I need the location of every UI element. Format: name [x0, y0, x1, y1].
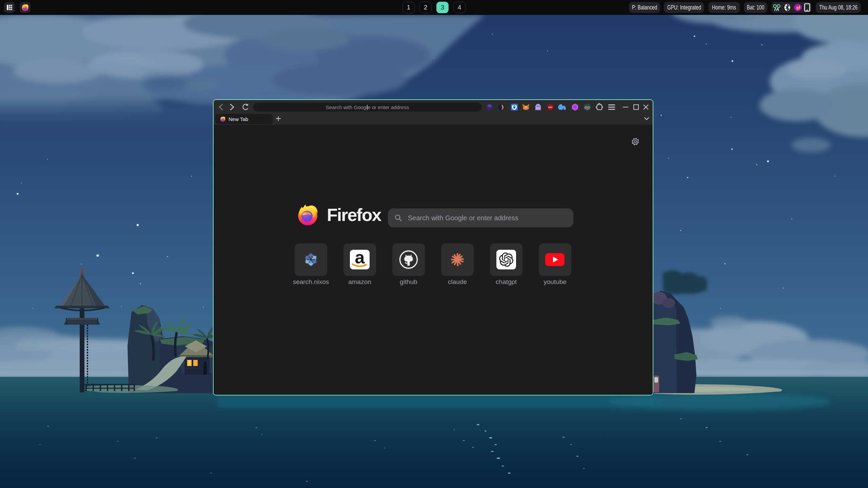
svg-text:UO: UO — [548, 106, 552, 109]
